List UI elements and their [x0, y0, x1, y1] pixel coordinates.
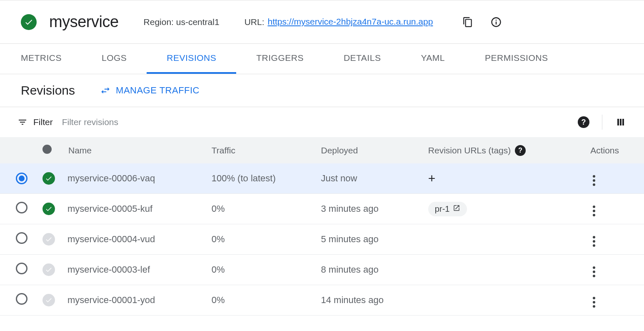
row-tags — [423, 224, 582, 255]
header-traffic[interactable]: Traffic — [207, 137, 316, 163]
row-tags — [423, 285, 582, 316]
header-status[interactable] — [37, 137, 62, 163]
table-row[interactable]: myservice-00006-vaq100% (to latest)Just … — [0, 163, 644, 194]
row-traffic: 0% — [207, 255, 316, 285]
tab-triggers[interactable]: TRIGGERS — [236, 44, 324, 74]
copy-url-icon[interactable] — [462, 16, 474, 28]
tag-label: pr-1 — [435, 204, 450, 214]
row-name: myservice-00006-vaq — [62, 163, 207, 194]
tab-permissions[interactable]: PERMISSIONS — [465, 44, 568, 74]
filter-input[interactable] — [59, 115, 572, 129]
row-traffic: 0% — [207, 194, 316, 224]
section-header: Revisions MANAGE TRAFFIC — [0, 74, 644, 107]
manage-traffic-label: MANAGE TRAFFIC — [116, 85, 200, 96]
service-status-icon — [21, 14, 37, 30]
table-row[interactable]: myservice-00001-yod0%14 minutes ago — [0, 285, 644, 316]
tabs: METRICSLOGSREVISIONSTRIGGERSDETAILSYAMLP… — [0, 43, 644, 74]
filter-icon — [17, 117, 27, 127]
row-tags: + — [423, 163, 582, 194]
row-radio[interactable] — [16, 263, 27, 274]
row-name: myservice-00004-vud — [62, 224, 207, 255]
row-deployed: 14 minutes ago — [316, 285, 423, 316]
filter-help-icon[interactable]: ? — [578, 116, 589, 128]
manage-traffic-button[interactable]: MANAGE TRAFFIC — [100, 85, 200, 96]
table-row[interactable]: myservice-00005-kuf0%3 minutes agopr-1 — [0, 194, 644, 224]
table-row[interactable]: myservice-00003-lef0%8 minutes ago — [0, 255, 644, 285]
table-header-row: Name Traffic Deployed Revision URLs (tag… — [0, 137, 644, 163]
header-revision-urls-label: Revision URLs (tags) — [428, 145, 511, 155]
header-name[interactable]: Name — [62, 137, 207, 163]
row-deployed: 8 minutes ago — [316, 255, 423, 285]
region-label: Region: us-central1 — [144, 17, 220, 27]
service-header: myservice Region: us-central1 URL: https… — [0, 0, 644, 43]
row-status-icon — [42, 203, 55, 215]
tag-chip[interactable]: pr-1 — [428, 202, 467, 216]
header-deployed[interactable]: Deployed — [316, 137, 423, 163]
tab-revisions[interactable]: REVISIONS — [147, 44, 236, 74]
service-url-block: URL: https://myservice-2hbjza4n7a-uc.a.r… — [245, 17, 433, 28]
row-deployed: 3 minutes ago — [316, 194, 423, 224]
row-radio[interactable] — [16, 232, 27, 244]
revisions-table: Name Traffic Deployed Revision URLs (tag… — [0, 137, 644, 316]
table-row[interactable]: myservice-00004-vud0%5 minutes ago — [0, 224, 644, 255]
row-status-icon — [42, 233, 55, 246]
row-status-icon — [42, 172, 55, 185]
row-traffic: 0% — [207, 224, 316, 255]
row-tags — [423, 255, 582, 285]
filter-label: Filter — [33, 117, 53, 127]
add-tag-icon[interactable]: + — [428, 171, 436, 185]
tab-yaml[interactable]: YAML — [401, 44, 465, 74]
row-name: myservice-00005-kuf — [62, 194, 207, 224]
service-meta: Region: us-central1 URL: https://myservi… — [144, 16, 502, 28]
header-revision-urls[interactable]: Revision URLs (tags) ? — [423, 137, 582, 163]
row-radio[interactable] — [16, 202, 27, 213]
service-url-link[interactable]: https://myservice-2hbjza4n7a-uc.a.run.ap… — [268, 17, 433, 28]
row-actions-menu[interactable] — [591, 234, 597, 248]
swap-icon — [100, 85, 111, 96]
row-actions-menu[interactable] — [591, 265, 597, 279]
header-actions: Actions — [582, 137, 644, 163]
tab-details[interactable]: DETAILS — [324, 44, 401, 74]
row-actions-menu[interactable] — [591, 295, 597, 309]
tab-logs[interactable]: LOGS — [82, 44, 147, 74]
header-select — [0, 137, 37, 163]
row-status-icon — [42, 263, 55, 276]
row-traffic: 100% (to latest) — [207, 163, 316, 194]
row-radio[interactable] — [16, 173, 27, 184]
row-name: myservice-00001-yod — [62, 285, 207, 316]
divider — [602, 115, 602, 130]
revision-urls-help-icon[interactable]: ? — [515, 145, 526, 156]
columns-icon[interactable] — [615, 116, 627, 128]
row-status-icon — [42, 294, 55, 306]
row-actions-menu[interactable] — [591, 204, 597, 218]
open-external-icon — [453, 204, 460, 214]
filter-bar: Filter ? — [0, 107, 644, 137]
row-actions-menu[interactable] — [591, 173, 597, 188]
status-sort-icon — [42, 145, 52, 154]
service-name: myservice — [49, 13, 119, 31]
row-traffic: 0% — [207, 285, 316, 316]
row-radio[interactable] — [16, 293, 27, 305]
row-tags: pr-1 — [423, 194, 582, 224]
row-name: myservice-00003-lef — [62, 255, 207, 285]
url-label: URL: — [245, 17, 265, 27]
info-icon[interactable] — [490, 16, 502, 28]
row-deployed: 5 minutes ago — [316, 224, 423, 255]
section-title: Revisions — [21, 83, 75, 98]
row-deployed: Just now — [316, 163, 423, 194]
tab-metrics[interactable]: METRICS — [21, 44, 82, 74]
